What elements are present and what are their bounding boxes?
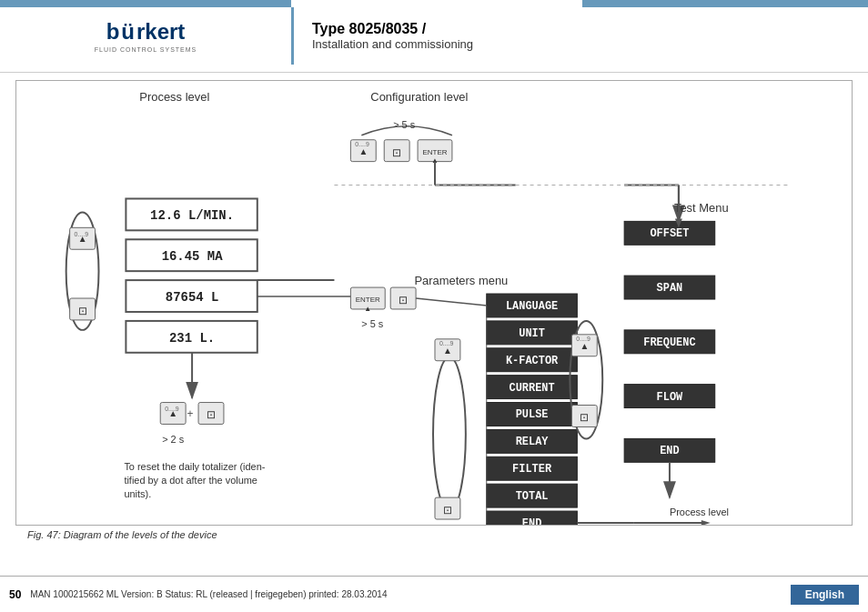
svg-text:0....9: 0....9 [75,231,89,237]
svg-text:▲: ▲ [580,341,589,351]
top-accent-right [582,0,868,7]
svg-text:CURRENT: CURRENT [509,382,554,395]
svg-text:K-FACTOR: K-FACTOR [506,355,559,367]
svg-text:SPAN: SPAN [657,282,683,295]
logo: b ü rkert FLUID CONTROL SYSTEMS [95,19,197,53]
conn-enter-params [416,298,487,306]
svg-text:END: END [522,517,542,525]
svg-text:0....9: 0....9 [165,406,179,413]
svg-text:FLOW: FLOW [657,391,683,404]
svg-text:▲: ▲ [358,146,368,156]
diagram-container: Process level Configuration level ▲ 0...… [15,80,853,526]
svg-text:0....9: 0....9 [576,336,590,342]
params-oval [433,357,466,511]
svg-text:UNIT: UNIT [519,327,545,340]
svg-text:Test Menu: Test Menu [674,201,729,215]
svg-text:⊡: ⊡ [443,504,452,517]
svg-text:> 5 s: > 5 s [393,119,416,130]
main-content: Process level Configuration level ▲ 0...… [0,73,868,540]
svg-text:units).: units). [124,488,151,499]
svg-text:> 2 s: > 2 s [162,434,185,445]
svg-text:ENTER: ENTER [356,296,380,304]
svg-text:+: + [187,407,194,420]
svg-text:FILTER: FILTER [512,463,552,476]
page-footer: 50 MAN 1000215662 ML Version: B Status: … [0,576,868,612]
svg-text:> 5 s: > 5 s [361,318,384,329]
svg-text:LANGUAGE: LANGUAGE [506,300,558,313]
svg-text:12.6 L/MIN.: 12.6 L/MIN. [150,208,234,223]
svg-text:⊡: ⊡ [392,146,401,159]
svg-text:▲: ▲ [443,346,452,356]
diagram-svg: Process level Configuration level ▲ 0...… [16,81,852,525]
svg-text:OFFSET: OFFSET [650,227,689,240]
svg-text:RELAY: RELAY [516,436,550,448]
svg-text:⊡: ⊡ [78,305,87,317]
document-subtitle: Installation and commissioning [312,37,850,51]
top-accent-left [0,0,291,7]
svg-text:ENTER: ENTER [423,148,448,156]
svg-text:Process level: Process level [670,507,729,517]
svg-text:⊡: ⊡ [207,408,216,421]
svg-text:END: END [660,445,680,457]
svg-text:⊡: ⊡ [399,294,408,306]
svg-text:TOTAL: TOTAL [516,490,549,503]
svg-text:0....9: 0....9 [355,141,369,147]
logo-area: b ü rkert FLUID CONTROL SYSTEMS [0,0,291,72]
label-config-level: Configuration level [370,90,468,104]
figure-caption: Fig. 47: Diagram of the levels of the de… [14,529,854,540]
svg-text:To reset the daily totalizer (: To reset the daily totalizer (iden- [124,461,265,472]
svg-text:tified by a dot after the volu: tified by a dot after the volume [124,475,257,486]
document-title: Type 8025/8035 / [312,21,850,37]
svg-text:0....9: 0....9 [439,340,454,346]
doc-info: MAN 1000215662 ML Version: B Status: RL … [30,589,790,599]
language-selector[interactable]: English [791,585,859,605]
logo-tagline: FLUID CONTROL SYSTEMS [95,46,197,53]
page-number: 50 [9,588,21,601]
arrowhead-process [701,520,711,525]
svg-text:Parameters menu: Parameters menu [414,274,508,287]
svg-text:⊡: ⊡ [580,411,589,424]
svg-text:FREQUENC: FREQUENC [643,336,695,349]
svg-text:▲: ▲ [364,305,371,313]
page-header: b ü rkert FLUID CONTROL SYSTEMS Type 802… [0,0,868,73]
header-info: Type 8025/8035 / Installation and commis… [294,0,868,72]
svg-text:231 L.: 231 L. [169,331,215,346]
svg-text:87654 L: 87654 L [166,290,219,305]
svg-text:16.45 MA: 16.45 MA [162,249,224,264]
svg-text:PULSE: PULSE [516,408,549,421]
label-process-level: Process level [139,90,209,104]
